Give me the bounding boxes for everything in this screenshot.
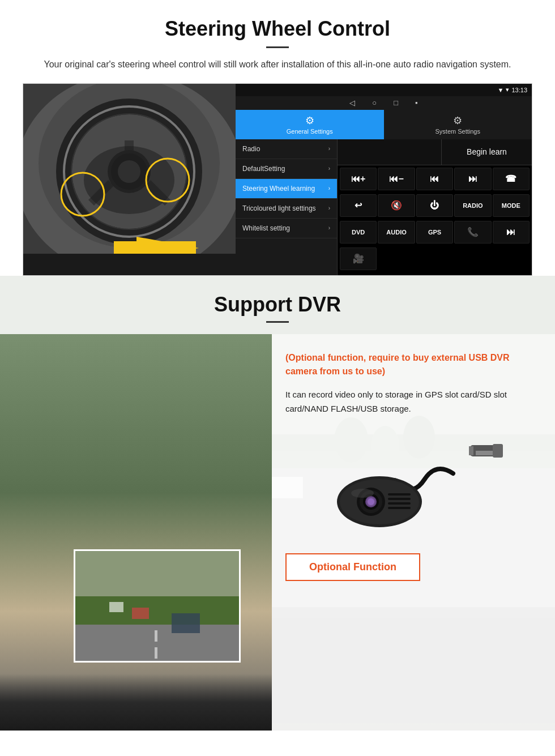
dvr-desc-text: It can record video only to storage in G… (285, 387, 541, 416)
dvr-content-area: (Optional function, require to buy exter… (0, 334, 555, 731)
system-gear-icon: ⚙ (453, 114, 462, 127)
svg-rect-38 (75, 625, 241, 663)
btn-phone[interactable]: ☎ (493, 168, 530, 190)
chevron-icon: › (328, 146, 330, 152)
btn-dvd[interactable]: DVD (340, 221, 377, 244)
button-grid: ⏮+ ⏮− ⏮ ⏭ ☎ ↩ 🔇 ⏻ RADIO MODE DVD AUDIO G… (338, 165, 532, 275)
svg-rect-53 (388, 498, 411, 500)
svg-rect-60 (493, 444, 503, 458)
menu-item-radio[interactable]: Radio › (236, 139, 337, 159)
dvr-section: Support DVR (0, 276, 555, 731)
svg-rect-42 (109, 602, 123, 612)
wifi-icon: ▾ (506, 86, 509, 93)
menu-item-steering[interactable]: Steering Wheel learning › (236, 179, 337, 199)
btn-vol-up[interactable]: ⏮+ (340, 168, 377, 190)
home-nav-icon[interactable]: ○ (372, 99, 377, 107)
signal-icon: ▼ (498, 87, 504, 93)
svg-point-58 (351, 489, 374, 498)
steering-composite: ▼ ▾ 13:13 ◁ ○ □ ▪ ⚙ General Settings ⚙ S… (23, 83, 532, 276)
dashboard-strip (0, 674, 272, 731)
menu-item-whitelist[interactable]: Whitelist setting › (236, 219, 337, 238)
svg-rect-41 (132, 608, 149, 619)
btn-prev[interactable]: ⏮ (416, 168, 453, 190)
btn-radio[interactable]: RADIO (454, 194, 491, 217)
menu-radio-label: Radio (242, 145, 260, 153)
dvr-optional-text: (Optional function, require to buy exter… (285, 351, 541, 378)
svg-rect-52 (388, 493, 411, 496)
settings-tabs: ⚙ General Settings ⚙ System Settings (236, 110, 532, 139)
thumbnail-road-view (75, 551, 239, 661)
btn-phone-prev[interactable]: 📞 (454, 221, 491, 244)
dvr-header: Support DVR (0, 276, 555, 334)
panel-body: Radio › DefaultSetting › Steering Wheel … (236, 139, 532, 275)
status-time: 13:13 (511, 87, 527, 93)
menu-tricolour-label: Tricoloured light settings (242, 204, 316, 212)
btn-mute[interactable]: 🔇 (378, 194, 415, 217)
general-gear-icon: ⚙ (305, 114, 314, 127)
android-panel: ▼ ▾ 13:13 ◁ ○ □ ▪ ⚙ General Settings ⚙ S… (236, 84, 532, 275)
recent-nav-icon[interactable]: □ (394, 99, 398, 107)
btn-power[interactable]: ⏻ (416, 194, 453, 217)
tab-general-label: General Settings (287, 128, 333, 135)
svg-rect-55 (388, 507, 411, 509)
dvr-camera-image (285, 425, 541, 539)
svg-rect-59 (469, 446, 473, 455)
menu-list: Radio › DefaultSetting › Steering Wheel … (236, 139, 338, 275)
svg-rect-40 (155, 647, 157, 659)
svg-rect-17 (23, 254, 236, 276)
steering-wheel-bg (23, 84, 236, 276)
menu-default-label: DefaultSetting (242, 165, 285, 173)
chevron-icon: › (328, 165, 330, 172)
back-nav-icon[interactable]: ◁ (349, 99, 355, 107)
svg-rect-16 (114, 241, 196, 255)
begin-learn-row: Begin learn (338, 139, 532, 165)
svg-point-57 (368, 498, 374, 505)
btn-audio[interactable]: AUDIO (378, 221, 415, 244)
svg-rect-43 (172, 613, 200, 633)
menu-nav-icon[interactable]: ▪ (415, 99, 418, 107)
section1-subtitle: Your original car's steering wheel contr… (34, 57, 521, 72)
thumbnail-svg (75, 551, 241, 663)
svg-rect-54 (388, 502, 411, 505)
section1-divider (266, 46, 289, 48)
chevron-icon: › (328, 225, 330, 231)
menu-item-default[interactable]: DefaultSetting › (236, 159, 337, 179)
menu-steering-label: Steering Wheel learning (242, 185, 315, 193)
btn-mode[interactable]: MODE (493, 194, 530, 217)
dvr-right-panel: (Optional function, require to buy exter… (272, 334, 555, 731)
section2-title: Support DVR (0, 293, 555, 317)
right-panel: Begin learn ⏮+ ⏮− ⏮ ⏭ ☎ ↩ 🔇 ⏻ RADIO MODE (338, 139, 532, 275)
android-statusbar: ▼ ▾ 13:13 (236, 84, 532, 96)
steering-wheel-svg (23, 84, 236, 276)
btn-camera[interactable]: 🎥 (340, 247, 377, 270)
dvr-camera-thumbnail (74, 549, 241, 663)
btn-next[interactable]: ⏭ (454, 168, 491, 190)
btn-vol-down[interactable]: ⏮− (378, 168, 415, 190)
section2-divider (266, 321, 289, 323)
svg-rect-39 (155, 630, 157, 642)
chevron-icon: › (328, 205, 330, 211)
svg-rect-37 (75, 596, 241, 625)
menu-item-tricolour[interactable]: Tricoloured light settings › (236, 199, 337, 219)
camera-svg (323, 428, 504, 536)
svg-point-12 (84, 146, 174, 214)
btn-back[interactable]: ↩ (340, 194, 377, 217)
car-image (23, 84, 236, 276)
section1-title: Steering Wheel Control (23, 17, 532, 41)
svg-rect-45 (476, 451, 496, 455)
chevron-active-icon: › (328, 185, 330, 191)
steering-wheel-section: Steering Wheel Control Your original car… (0, 0, 555, 276)
btn-gps[interactable]: GPS (416, 221, 453, 244)
btn-extra[interactable]: ⏭ (493, 221, 530, 244)
begin-learn-button[interactable]: Begin learn (441, 139, 532, 165)
begin-learn-left-spacer (338, 139, 441, 165)
dvr-left-panel (0, 334, 272, 731)
optional-function-button[interactable]: Optional Function (285, 553, 420, 581)
tab-general[interactable]: ⚙ General Settings (236, 110, 384, 139)
menu-whitelist-label: Whitelist setting (242, 224, 290, 232)
android-nav: ◁ ○ □ ▪ (236, 96, 532, 110)
tab-system-label: System Settings (436, 128, 480, 135)
tab-system[interactable]: ⚙ System Settings (384, 110, 532, 139)
